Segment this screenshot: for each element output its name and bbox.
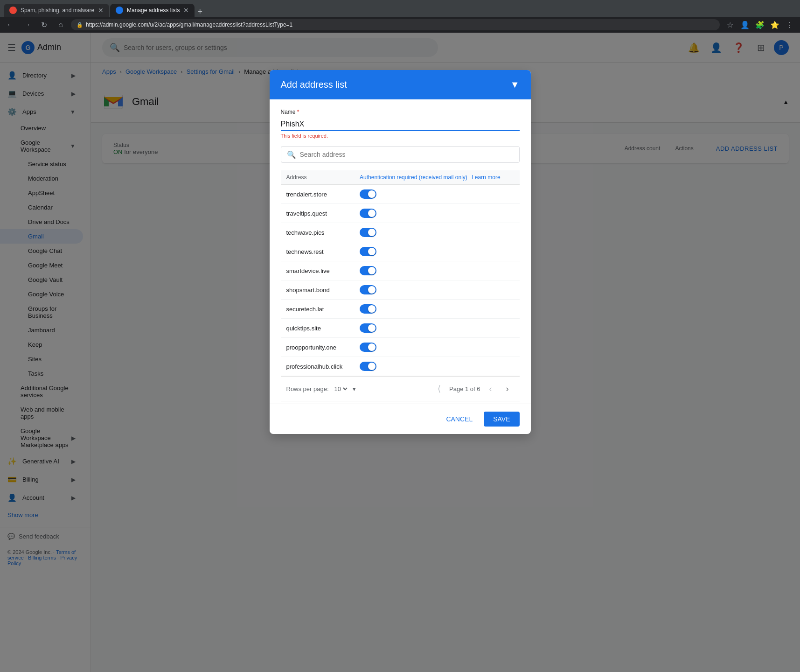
rows-select-chevron: ▾ (353, 385, 356, 392)
table-row: securetech.lat (281, 300, 520, 319)
toggle-cell (354, 300, 519, 319)
auth-toggle-0[interactable] (360, 189, 514, 199)
url-text: https://admin.google.com/u/2/ac/apps/gma… (86, 21, 292, 28)
spam-favicon (9, 7, 17, 14)
auth-col-th: Authentication required (received mail o… (354, 170, 519, 185)
table-row: proopportunity.one (281, 338, 520, 357)
manage-tab-close[interactable]: ✕ (183, 7, 189, 14)
domain-cell: techwave.pics (281, 223, 355, 242)
manage-tab[interactable]: Manage address lists ✕ (110, 4, 195, 17)
auth-learn-more-link[interactable]: Learn more (472, 174, 500, 181)
auth-toggle-8[interactable] (360, 343, 514, 352)
toggle-cell (354, 280, 519, 300)
next-page-button[interactable]: › (501, 382, 514, 395)
spam-tab[interactable]: Spam, phishing, and malware ✕ (4, 4, 109, 17)
domain-cell: trendalert.store (281, 185, 355, 204)
cancel-button[interactable]: CANCEL (438, 412, 480, 427)
domain-cell: shopsmart.bond (281, 280, 355, 300)
domain-cell: traveltips.quest (281, 204, 355, 223)
manage-favicon (116, 7, 123, 14)
search-address-input[interactable] (300, 151, 514, 158)
back-button[interactable]: ← (4, 18, 17, 31)
home-button[interactable]: ⌂ (54, 18, 67, 31)
modal-header: Add address list ▼ (270, 70, 531, 99)
rows-per-page-label: Rows per page: (286, 385, 329, 392)
auth-toggle-2[interactable] (360, 228, 514, 237)
table-row: trendalert.store (281, 185, 520, 204)
bookmark-star-icon[interactable]: ☆ (723, 18, 737, 31)
table-row: quicktips.site (281, 319, 520, 338)
new-tab-button[interactable]: + (197, 7, 202, 17)
modal-title: Add address list (281, 79, 347, 90)
toggle-cell (354, 357, 519, 376)
address-bar[interactable]: 🔒 https://admin.google.com/u/2/ac/apps/g… (71, 19, 720, 30)
domain-cell: proopportunity.one (281, 338, 355, 357)
required-star: * (297, 109, 299, 115)
domain-cell: quicktips.site (281, 319, 355, 338)
auth-toggle-9[interactable] (360, 362, 514, 371)
toggle-cell (354, 204, 519, 223)
search-address-bar[interactable]: 🔍 (281, 146, 520, 163)
address-table-header: Address Authentication required (receive… (281, 170, 520, 185)
extensions-icon[interactable]: 🧩 (753, 18, 766, 31)
save-button[interactable]: SAVE (484, 412, 519, 427)
lock-icon: 🔒 (77, 22, 83, 28)
refresh-button[interactable]: ↻ (37, 18, 50, 31)
browser-chrome: Spam, phishing, and malware ✕ Manage add… (0, 0, 800, 33)
toggle-cell (354, 223, 519, 242)
modal-overlay: Add address list ▼ Name * This field is … (0, 33, 800, 672)
address-col-th: Address (281, 170, 355, 185)
rows-per-page-selector: Rows per page: 10 25 50 ▾ (286, 385, 356, 393)
domain-cell: professionalhub.click (281, 357, 355, 376)
prev-page-button[interactable]: ‹ (484, 382, 497, 395)
auth-toggle-7[interactable] (360, 323, 514, 333)
table-row: techwave.pics (281, 223, 520, 242)
domain-cell: technews.rest (281, 242, 355, 261)
name-error: This field is required. (281, 133, 520, 139)
table-row: traveltips.quest (281, 204, 520, 223)
page-info-text: Page 1 of 6 (449, 385, 480, 392)
search-address-icon: 🔍 (287, 150, 296, 159)
domain-cell: smartdevice.live (281, 261, 355, 280)
auth-toggle-3[interactable] (360, 247, 514, 256)
address-table: Address Authentication required (receive… (281, 170, 520, 376)
domain-cell: securetech.lat (281, 300, 355, 319)
browser-menu-icon[interactable]: ⋮ (783, 18, 796, 31)
name-field-group: Name * This field is required. (281, 109, 520, 139)
toggle-cell (354, 242, 519, 261)
toggle-cell (354, 185, 519, 204)
toggle-cell (354, 261, 519, 280)
address-table-body: trendalert.store traveltips.quest (281, 185, 520, 376)
table-row: smartdevice.live (281, 261, 520, 280)
pagination-row: Rows per page: 10 25 50 ▾ ⟨ Page 1 of 6 … (281, 376, 520, 401)
auth-toggle-6[interactable] (360, 304, 514, 314)
modal-body: Name * This field is required. 🔍 Address… (270, 99, 531, 404)
forward-button[interactable]: → (21, 18, 34, 31)
profile-icon[interactable]: 👤 (738, 18, 751, 31)
name-label: Name * (281, 109, 520, 115)
rows-per-page-select[interactable]: 10 25 50 (333, 385, 349, 393)
pagination-page-info: ⟨ Page 1 of 6 ‹ › (432, 382, 514, 395)
browser-toolbar: ← → ↻ ⌂ 🔒 https://admin.google.com/u/2/a… (0, 17, 800, 33)
table-row: professionalhub.click (281, 357, 520, 376)
toggle-cell (354, 319, 519, 338)
toggle-cell (354, 338, 519, 357)
add-address-list-modal: Add address list ▼ Name * This field is … (270, 70, 531, 434)
spam-tab-label: Spam, phishing, and malware (21, 7, 94, 14)
table-row: technews.rest (281, 242, 520, 261)
table-row: shopsmart.bond (281, 280, 520, 300)
modal-collapse-icon[interactable]: ▼ (510, 79, 520, 90)
browser-tabs: Spam, phishing, and malware ✕ Manage add… (0, 0, 800, 17)
manage-tab-label: Manage address lists (127, 7, 180, 14)
auth-toggle-5[interactable] (360, 285, 514, 294)
toolbar-actions: ☆ 👤 🧩 ⭐ ⋮ (723, 18, 796, 31)
favorites-icon[interactable]: ⭐ (768, 18, 781, 31)
first-page-button[interactable]: ⟨ (432, 382, 445, 395)
spam-tab-close[interactable]: ✕ (98, 7, 104, 14)
auth-toggle-1[interactable] (360, 209, 514, 218)
modal-footer: CANCEL SAVE (270, 404, 531, 434)
name-input[interactable] (281, 118, 520, 131)
auth-toggle-4[interactable] (360, 266, 514, 275)
